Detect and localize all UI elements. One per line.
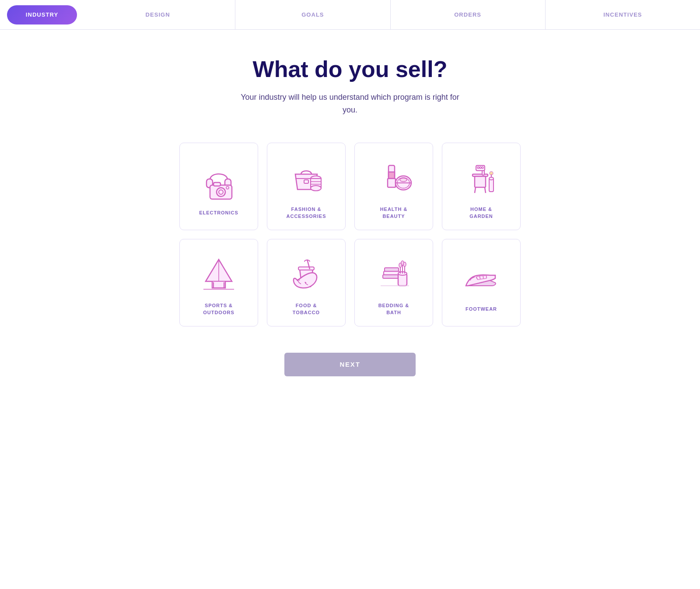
tab-industry[interactable]: INDUSTRY (7, 5, 77, 25)
category-health[interactable]: HEALTH &BEAUTY (354, 143, 433, 230)
svg-point-30 (489, 177, 494, 180)
category-label-sports: SPORTS &OUTDOORS (203, 302, 234, 316)
svg-line-56 (480, 276, 483, 276)
svg-line-55 (478, 279, 480, 280)
svg-line-59 (483, 278, 486, 279)
home-icon (459, 154, 503, 198)
category-label-footwear: FOOTWEAR (466, 306, 497, 312)
category-sports[interactable]: SPORTS &OUTDOORS (179, 239, 258, 326)
category-bedding[interactable]: BEDDING &BATH (354, 239, 433, 326)
next-button[interactable]: NEXT (284, 353, 416, 376)
category-label-electronics: ELECTRONICS (199, 210, 238, 216)
svg-rect-39 (384, 271, 399, 275)
svg-point-6 (226, 186, 229, 189)
category-electronics[interactable]: ELECTRONICS (179, 143, 258, 230)
page-subtitle: Your industry will help us understand wh… (236, 91, 464, 116)
footwear-icon (459, 254, 503, 298)
svg-rect-40 (385, 268, 399, 271)
category-footwear[interactable]: FOOTWEAR (442, 239, 521, 326)
svg-rect-3 (214, 182, 220, 186)
fashion-icon (284, 154, 328, 198)
tab-goals[interactable]: GOALS (235, 0, 390, 29)
svg-point-48 (403, 262, 406, 266)
svg-rect-29 (489, 179, 494, 192)
tab-incentives[interactable]: INCENTIVES (546, 0, 700, 29)
category-food[interactable]: FOOD &TOBACCO (267, 239, 346, 326)
svg-rect-36 (298, 267, 314, 270)
svg-line-52 (483, 276, 483, 279)
top-navigation: INDUSTRY DESIGN GOALS ORDERS INCENTIVES (0, 0, 700, 30)
category-fashion[interactable]: FASHION &ACCESSORIES (267, 143, 346, 230)
svg-line-27 (475, 187, 476, 193)
svg-line-28 (485, 187, 486, 193)
tab-orders[interactable]: ORDERS (391, 0, 546, 29)
category-label-home: HOME &GARDEN (469, 206, 493, 220)
svg-rect-21 (475, 176, 486, 187)
food-icon (284, 251, 328, 294)
main-content: What do you sell? Your industry will hel… (0, 30, 700, 403)
svg-point-4 (217, 188, 225, 196)
category-label-fashion: FASHION &ACCESSORIES (287, 206, 326, 220)
svg-rect-15 (388, 179, 396, 187)
category-label-bedding: BEDDING &BATH (378, 302, 410, 316)
category-label-health: HEALTH &BEAUTY (380, 206, 408, 220)
health-icon (372, 154, 416, 198)
categories-grid: ELECTRONICS FASHION &ACCE (179, 143, 521, 326)
electronics-icon (197, 158, 241, 202)
sports-icon (197, 251, 241, 294)
svg-point-19 (400, 178, 407, 182)
svg-point-32 (490, 172, 493, 175)
tab-design[interactable]: DESIGN (80, 0, 235, 29)
category-label-food: FOOD &TOBACCO (293, 302, 320, 316)
page-title: What do you sell? (253, 56, 448, 82)
svg-rect-8 (304, 180, 308, 183)
bedding-icon (372, 251, 416, 294)
category-home[interactable]: HOME &GARDEN (442, 143, 521, 230)
svg-line-57 (480, 279, 483, 279)
svg-point-11 (311, 186, 321, 191)
